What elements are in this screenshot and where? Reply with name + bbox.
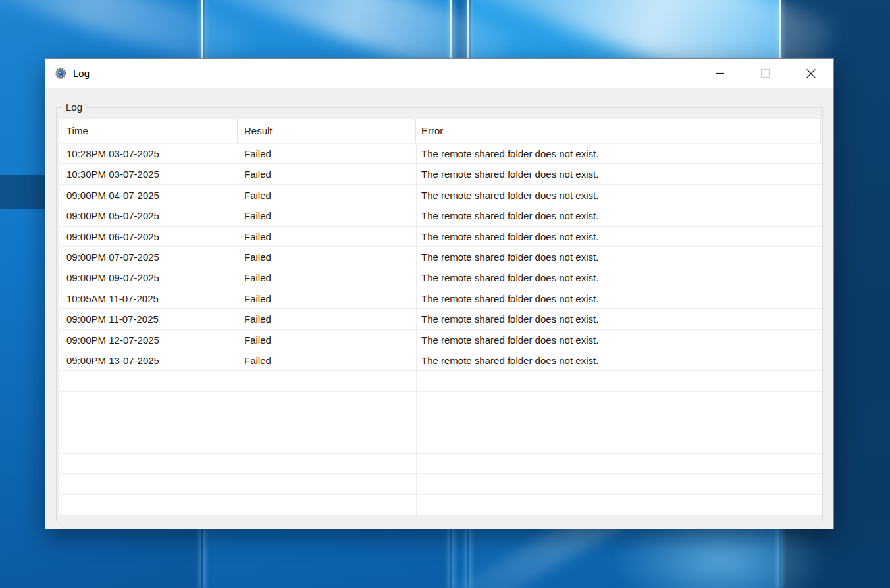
minimize-icon xyxy=(714,68,725,79)
table-cell-time: 10:05AM 11-07-2025 xyxy=(59,288,238,309)
window-controls xyxy=(697,59,833,88)
table-cell-error: The remote shared folder does not exist. xyxy=(416,288,822,309)
table-cell-error: The remote shared folder does not exist. xyxy=(416,205,822,226)
log-groupbox: Log Time Result Error 10:28PM 03-07-2025… xyxy=(56,107,823,521)
desktop: Log xyxy=(0,0,890,588)
table-cell-result: Failed xyxy=(238,267,416,288)
minimize-button[interactable] xyxy=(697,59,743,88)
table-row[interactable]: 10:05AM 11-07-2025FailedThe remote share… xyxy=(59,288,822,309)
table-cell-result: Failed xyxy=(238,350,416,371)
table-cell-time: 09:00PM 13-07-2025 xyxy=(59,350,238,371)
table-cell-time: 09:00PM 12-07-2025 xyxy=(59,330,238,350)
table-cell-error: The remote shared folder does not exist. xyxy=(416,267,822,288)
table-row[interactable]: 09:00PM 06-07-2025FailedThe remote share… xyxy=(59,227,822,247)
table-row[interactable]: 09:00PM 13-07-2025FailedThe remote share… xyxy=(59,350,822,371)
column-header-time[interactable]: Time xyxy=(59,119,238,143)
table-header: Time Result Error xyxy=(59,119,822,144)
close-icon xyxy=(805,68,817,80)
table-row[interactable]: 10:28PM 03-07-2025FailedThe remote share… xyxy=(59,144,822,164)
table-cell-result: Failed xyxy=(238,309,416,329)
table-cell-result: Failed xyxy=(238,247,416,267)
table-cell-time: 09:00PM 06-07-2025 xyxy=(59,227,238,247)
table-cell-result: Failed xyxy=(238,185,416,205)
table-row[interactable]: 09:00PM 07-07-2025FailedThe remote share… xyxy=(59,247,822,267)
table-cell-result: Failed xyxy=(238,164,416,184)
log-window: Log xyxy=(45,58,834,529)
table-cell-error: The remote shared folder does not exist. xyxy=(416,309,822,329)
table-cell-result: Failed xyxy=(238,330,416,350)
log-listview: Time Result Error 10:28PM 03-07-2025Fail… xyxy=(59,119,822,516)
maximize-button[interactable] xyxy=(743,59,788,88)
maximize-icon xyxy=(760,68,771,79)
table-cell-result: Failed xyxy=(238,288,416,309)
table-cell-error: The remote shared folder does not exist. xyxy=(416,330,822,350)
table-cell-time: 09:00PM 05-07-2025 xyxy=(59,205,238,226)
table-body: 10:28PM 03-07-2025FailedThe remote share… xyxy=(59,144,822,516)
table-cell-time: 10:28PM 03-07-2025 xyxy=(59,144,238,164)
table-cell-error: The remote shared folder does not exist. xyxy=(416,144,822,164)
table-cell-result: Failed xyxy=(238,227,416,247)
column-header-filler xyxy=(821,119,822,143)
table-cell-error: The remote shared folder does not exist. xyxy=(416,227,822,247)
table-cell-error: The remote shared folder does not exist. xyxy=(416,350,822,371)
table-row[interactable]: 09:00PM 12-07-2025FailedThe remote share… xyxy=(59,330,822,350)
table-cell-error: The remote shared folder does not exist. xyxy=(416,185,822,205)
column-header-error[interactable]: Error xyxy=(416,119,821,143)
table-cell-time: 09:00PM 09-07-2025 xyxy=(59,267,238,288)
app-gear-icon[interactable] xyxy=(55,67,67,80)
groupbox-label: Log xyxy=(63,101,86,114)
table-row[interactable]: 10:30PM 03-07-2025FailedThe remote share… xyxy=(59,164,822,184)
table-cell-time: 09:00PM 11-07-2025 xyxy=(59,309,238,329)
table-row[interactable]: 09:00PM 05-07-2025FailedThe remote share… xyxy=(59,205,822,226)
table-cell-error: The remote shared folder does not exist. xyxy=(416,247,822,267)
table-cell-time: 09:00PM 04-07-2025 xyxy=(59,185,238,205)
table-row[interactable]: 09:00PM 11-07-2025FailedThe remote share… xyxy=(59,309,822,329)
titlebar[interactable]: Log xyxy=(45,59,833,88)
table-cell-time: 09:00PM 07-07-2025 xyxy=(59,247,238,267)
window-client-area: Log Time Result Error 10:28PM 03-07-2025… xyxy=(45,88,833,529)
table-cell-time: 10:30PM 03-07-2025 xyxy=(59,164,238,184)
column-header-result[interactable]: Result xyxy=(238,119,416,143)
table-row[interactable]: 09:00PM 04-07-2025FailedThe remote share… xyxy=(59,185,822,205)
table-row[interactable]: 09:00PM 09-07-2025FailedThe remote share… xyxy=(59,267,822,288)
table-cell-error: The remote shared folder does not exist. xyxy=(416,164,822,184)
table-cell-result: Failed xyxy=(238,144,416,164)
window-title: Log xyxy=(73,68,90,79)
table-cell-result: Failed xyxy=(238,205,416,226)
close-button[interactable] xyxy=(788,59,833,88)
